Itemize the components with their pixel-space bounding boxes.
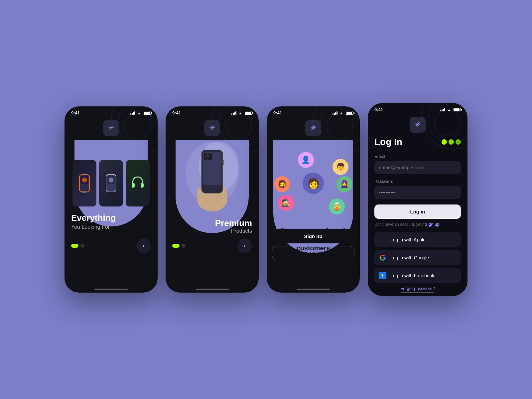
phone-screen-2: 9:41 ▲ ✳ <box>166 106 259 293</box>
app-logo-4: ✳ <box>410 117 426 133</box>
next-button-2[interactable]: › <box>237 238 252 253</box>
status-icons-2: ▲ <box>231 111 252 115</box>
next-button-1[interactable]: › <box>136 238 151 253</box>
screen2-title: Premium <box>172 218 252 228</box>
dot-active-1 <box>71 244 78 248</box>
sunburst-icon-1: ✳ <box>108 124 114 132</box>
apple-login-label: Log in with Apple <box>390 237 426 242</box>
svg-point-22 <box>207 153 211 157</box>
signup-link[interactable]: Sign up. <box>425 222 441 227</box>
phone-screen-3: 9:41 ▲ ✳ 🧑 👤 👦 🧔 <box>267 106 360 293</box>
status-bar-2: 9:41 ▲ <box>166 106 259 117</box>
svg-rect-12 <box>132 183 135 188</box>
phone-in-hand-svg <box>179 140 245 213</box>
screen1-title: Everything <box>71 213 151 223</box>
sunburst-icon-2: ✳ <box>209 124 215 132</box>
battery-icon-2 <box>245 111 252 115</box>
dot-inactive-2 <box>182 244 186 248</box>
screen2-text-area: Premium Products <box>166 213 259 234</box>
login-form-body: Log In Email Password Log in Don't have … <box>368 137 467 293</box>
email-label: Email <box>374 154 461 159</box>
battery-icon-4 <box>454 108 461 111</box>
dot-inactive-1 <box>80 244 84 248</box>
signal-icon-4 <box>440 108 445 111</box>
avatar-3: 🧔 <box>274 176 290 192</box>
wifi-icon-2: ▲ <box>238 111 242 115</box>
toggle-dot-1 <box>442 139 447 145</box>
phone-product-area <box>166 140 259 213</box>
wifi-icon-4: ▲ <box>447 108 451 112</box>
time-2: 9:41 <box>172 110 181 115</box>
password-input[interactable] <box>374 186 461 199</box>
svg-rect-3 <box>82 174 84 176</box>
time-4: 9:41 <box>374 107 383 112</box>
phone-screen-1: 9:41 ▲ ✳ <box>65 106 158 293</box>
screen1-text-area: Everything You Looking For <box>65 206 158 230</box>
svg-rect-5 <box>82 191 84 193</box>
time-3: 9:41 <box>273 110 282 115</box>
screen1-subtitle: You Looking For <box>71 224 151 230</box>
status-bar-3: 9:41 ▲ <box>267 106 360 117</box>
signal-icon-3 <box>332 111 337 115</box>
signal-icon <box>130 111 135 115</box>
avatars-circle: 🧑 👤 👦 🧔 🧕 🕵️ 🧝 <box>267 140 360 226</box>
google-login-label: Log in with Google <box>390 255 429 260</box>
google-login-button[interactable]: Log in with Google <box>374 250 461 265</box>
apple-login-button[interactable]:  Log in with Apple <box>374 232 461 247</box>
screen3-text-area: Become one of our 3 millions happy custo… <box>267 226 360 252</box>
svg-rect-10 <box>109 174 111 176</box>
status-bar-1: 9:41 ▲ <box>65 106 158 117</box>
battery-icon-3 <box>346 111 353 115</box>
svg-point-2 <box>82 178 87 183</box>
home-indicator-1 <box>94 289 128 290</box>
app-logo-1: ✳ <box>103 120 119 136</box>
forgot-password-link[interactable]: Forget password? <box>374 286 461 291</box>
dot-active-2 <box>172 244 180 248</box>
battery-icon <box>144 111 151 115</box>
login-header: Log In <box>374 137 461 147</box>
avatar-4: 🧕 <box>336 176 352 192</box>
toggle-dot-3 <box>456 139 461 145</box>
svg-rect-11 <box>111 174 113 176</box>
screens-container: 9:41 ▲ ✳ <box>65 103 467 296</box>
center-avatar: 🧑 <box>302 172 325 195</box>
phone-screen-4: 9:41 ▲ ✳ Log In <box>368 103 467 296</box>
svg-rect-24 <box>223 160 224 165</box>
login-submit-button[interactable]: Log in <box>374 204 461 219</box>
facebook-login-label: Log in with Facebook <box>390 273 434 278</box>
screen1-dots <box>71 244 84 248</box>
svg-rect-6 <box>85 191 86 193</box>
facebook-login-button[interactable]: f Log in with Facebook <box>374 268 461 283</box>
home-indicator-2 <box>196 289 229 290</box>
avatar-6: 🧝 <box>329 199 345 214</box>
signal-icon-2 <box>231 111 236 115</box>
svg-rect-4 <box>85 174 86 176</box>
toggle-dot-2 <box>449 139 454 145</box>
avatar-1: 👤 <box>298 152 314 168</box>
screen2-dots <box>172 244 186 248</box>
google-icon <box>379 254 386 261</box>
app-logo-3: ✳ <box>305 120 321 136</box>
status-icons-4: ▲ <box>440 108 461 112</box>
home-indicator-3 <box>297 289 330 290</box>
sunburst-icon-4: ✳ <box>415 120 421 129</box>
products-showcase <box>65 140 158 206</box>
password-label: Password <box>374 179 461 184</box>
app-logo-2: ✳ <box>204 120 220 136</box>
time-1: 9:41 <box>71 110 80 115</box>
wifi-icon-3: ▲ <box>339 111 343 115</box>
svg-point-9 <box>109 178 114 183</box>
svg-point-23 <box>206 156 209 160</box>
screen2-subtitle: Products <box>172 228 252 234</box>
email-input[interactable] <box>374 161 461 174</box>
sunburst-icon-3: ✳ <box>310 124 316 132</box>
product-headphones <box>126 160 150 206</box>
facebook-icon: f <box>379 272 386 279</box>
apple-icon:  <box>379 236 386 243</box>
product-watch-orange <box>72 160 96 206</box>
status-icons-1: ▲ <box>130 111 151 115</box>
status-icons-3: ▲ <box>332 111 353 115</box>
screen3-headline: Become one of our 3 millions happy custo… <box>273 226 353 252</box>
no-account-text: Don't have an account, yet? Sign up. <box>374 222 461 227</box>
home-indicator-4 <box>401 292 434 293</box>
